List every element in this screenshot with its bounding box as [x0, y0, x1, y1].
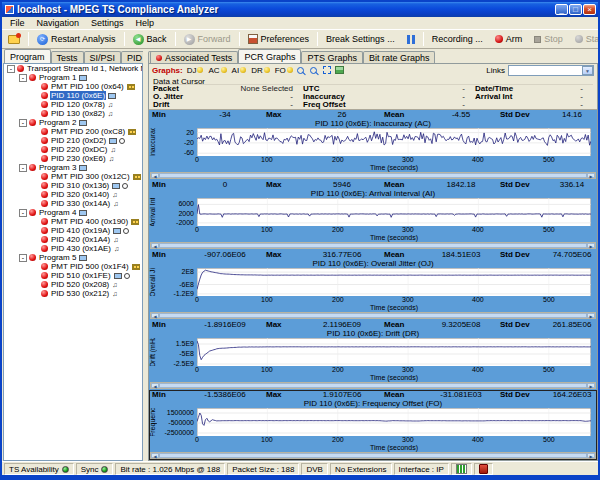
tree-item[interactable]: PID 520 (0x208)♫: [4, 280, 142, 289]
scroll-thumb[interactable]: [159, 453, 587, 458]
graph-plot[interactable]: [197, 128, 591, 156]
graph-toggle-fo[interactable]: FO: [275, 66, 293, 75]
tab-pts-graphs[interactable]: PTS Graphs: [301, 51, 363, 63]
tree-item[interactable]: -Transport Stream Id 1, Network Name: AD…: [4, 64, 142, 73]
menu-settings[interactable]: Settings: [85, 18, 130, 28]
graph-scrollbar[interactable]: ◀▶: [150, 242, 596, 249]
scroll-thumb[interactable]: [159, 243, 587, 248]
tree-item[interactable]: -Program 4: [4, 208, 142, 217]
break-settings-button[interactable]: Break Settings ...: [320, 31, 401, 48]
tree-expander-icon[interactable]: -: [19, 164, 27, 172]
fit-view-icon[interactable]: [323, 66, 331, 74]
tree-item[interactable]: -Program 3: [4, 163, 142, 172]
x-tick-label: 500: [543, 366, 555, 374]
tree-item[interactable]: -Program 2: [4, 118, 142, 127]
tab-pcr-graphs[interactable]: PCR Graphs: [238, 49, 301, 63]
restart-analysis-button[interactable]: ⟳Restart Analysis: [31, 31, 122, 48]
tree-item[interactable]: PID 130 (0x82)♫: [4, 109, 142, 118]
graph-scrollbar[interactable]: ◀▶: [150, 382, 596, 389]
links-combobox[interactable]: ▼: [508, 65, 594, 76]
tree-item[interactable]: PID 120 (0x78)♫: [4, 100, 142, 109]
tree-item[interactable]: PMT PID 100 (0x64): [4, 82, 142, 91]
scroll-right-icon[interactable]: ▶: [587, 453, 595, 458]
tree-item[interactable]: PMT PID 400 (0x190): [4, 217, 142, 226]
scroll-left-icon[interactable]: ◀: [151, 383, 159, 388]
tree-item[interactable]: PID 510 (0x1FE): [4, 271, 142, 280]
pause-button[interactable]: [401, 31, 421, 48]
tree-item[interactable]: PID 110 (0x6E): [4, 91, 142, 100]
red-sphere-icon: [29, 209, 36, 216]
open-button[interactable]: [2, 31, 26, 48]
tab-si-psi[interactable]: SI/PSI: [84, 51, 122, 63]
tree-item[interactable]: PID 230 (0xE6)♫: [4, 154, 142, 163]
graph-plot[interactable]: [197, 338, 591, 366]
tab-associated-tests[interactable]: Associated Tests: [150, 51, 238, 63]
preferences-button[interactable]: Preferences: [242, 31, 316, 48]
export-image-icon[interactable]: [335, 66, 344, 74]
graph-plot[interactable]: [197, 268, 591, 296]
forward-button[interactable]: ▶Forward: [178, 31, 237, 48]
menu-navigation[interactable]: Navigation: [31, 18, 86, 28]
combo-dropdown-icon[interactable]: ▼: [582, 66, 593, 75]
scroll-right-icon[interactable]: ▶: [587, 383, 595, 388]
red-sphere-icon: [41, 173, 48, 180]
tree-item[interactable]: PMT PID 300 (0x12C): [4, 172, 142, 181]
tree-item[interactable]: -Program 5: [4, 253, 142, 262]
minimize-button[interactable]: _: [555, 4, 568, 15]
red-sphere-icon: [41, 137, 48, 144]
zoom-out-icon[interactable]: [310, 67, 317, 74]
zoom-in-icon[interactable]: [297, 67, 304, 74]
tree-item[interactable]: PMT PID 500 (0x1F4): [4, 262, 142, 271]
graph-scrollbar[interactable]: ◀▶: [150, 312, 596, 319]
graph-toggle-ac[interactable]: AC: [208, 66, 226, 75]
graph-scrollbar[interactable]: ◀▶: [150, 172, 596, 179]
scroll-left-icon[interactable]: ◀: [151, 243, 159, 248]
maximize-button[interactable]: □: [569, 4, 582, 15]
menu-help[interactable]: Help: [130, 18, 161, 28]
graph-toggle-dr[interactable]: DR: [251, 66, 270, 75]
scroll-right-icon[interactable]: ▶: [587, 243, 595, 248]
tree-item[interactable]: PID 330 (0x14A)♫: [4, 199, 142, 208]
graph-plot[interactable]: [197, 408, 591, 436]
tab-bit-rate-graphs[interactable]: Bit rate Graphs: [363, 51, 436, 63]
tree-item[interactable]: PID 420 (0x1A4)♫: [4, 235, 142, 244]
title-bar[interactable]: localhost - MPEG TS Compliance Analyzer …: [2, 2, 598, 17]
tab-program[interactable]: Program: [4, 49, 51, 63]
tree-item[interactable]: PID 210 (0xD2): [4, 136, 142, 145]
graph-plot[interactable]: [197, 198, 591, 226]
back-button[interactable]: ◀Back: [127, 31, 173, 48]
scroll-left-icon[interactable]: ◀: [151, 313, 159, 318]
scroll-left-icon[interactable]: ◀: [151, 453, 159, 458]
tab-tests[interactable]: Tests: [51, 51, 84, 63]
tree-item[interactable]: PID 310 (0x136): [4, 181, 142, 190]
tree-expander-icon[interactable]: -: [19, 209, 27, 217]
close-button[interactable]: ×: [583, 4, 596, 15]
stat-label-min: Min: [149, 390, 187, 399]
scroll-thumb[interactable]: [159, 173, 587, 178]
graph-scrollbar[interactable]: ◀▶: [150, 452, 596, 459]
menu-file[interactable]: File: [4, 18, 31, 28]
tree-expander-icon[interactable]: -: [19, 254, 27, 262]
scroll-left-icon[interactable]: ◀: [151, 173, 159, 178]
tree-item[interactable]: PMT PID 200 (0xC8): [4, 127, 142, 136]
tree-item[interactable]: PID 530 (0x212)♫: [4, 289, 142, 298]
tree-item[interactable]: PID 320 (0x140)♫: [4, 190, 142, 199]
graph-toggle-dj[interactable]: DJ: [187, 66, 204, 75]
tree-item[interactable]: PID 430 (0x1AE)♫: [4, 244, 142, 253]
graph-toggle-ai[interactable]: AI: [232, 66, 247, 75]
stop-button[interactable]: Stop: [528, 31, 569, 48]
scroll-right-icon[interactable]: ▶: [587, 313, 595, 318]
scroll-right-icon[interactable]: ▶: [587, 173, 595, 178]
start-button[interactable]: Start: [569, 31, 600, 48]
tab-label: Bit rate Graphs: [369, 53, 430, 64]
tree-expander-icon[interactable]: -: [7, 65, 15, 73]
arm-button[interactable]: Arm: [489, 31, 529, 48]
tree-item[interactable]: PID 220 (0xDC)♫: [4, 145, 142, 154]
program-tree[interactable]: -Transport Stream Id 1, Network Name: AD…: [3, 63, 143, 461]
tree-expander-icon[interactable]: -: [19, 119, 27, 127]
scroll-thumb[interactable]: [159, 383, 587, 388]
tree-item[interactable]: PID 410 (0x19A): [4, 226, 142, 235]
tree-item[interactable]: -Program 1: [4, 73, 142, 82]
tree-expander-icon[interactable]: -: [19, 74, 27, 82]
scroll-thumb[interactable]: [159, 313, 587, 318]
